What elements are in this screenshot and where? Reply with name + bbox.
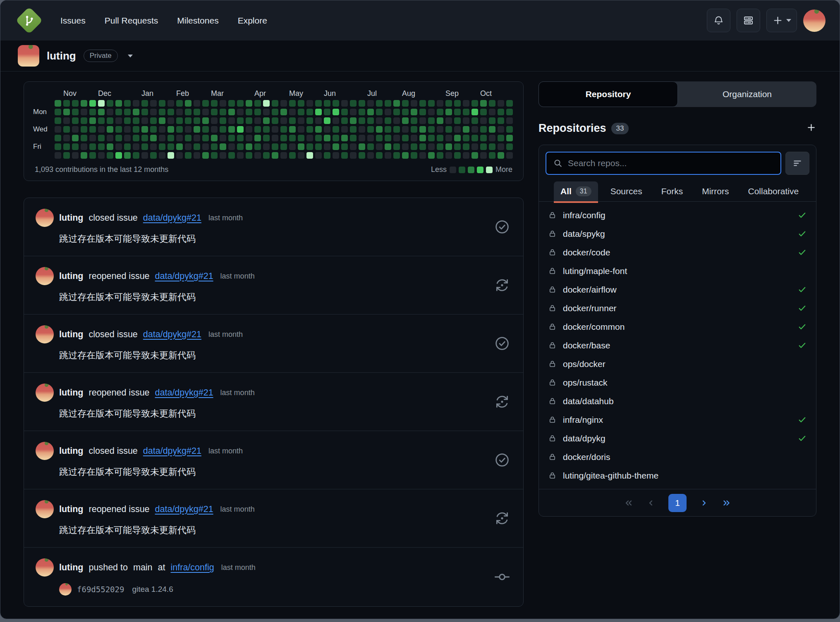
heatmap-cell[interactable] (471, 135, 478, 141)
heatmap-cell[interactable] (341, 152, 348, 159)
repo-name-link[interactable]: ops/docker (563, 359, 605, 369)
heatmap-cell[interactable] (428, 100, 435, 107)
heatmap-cell[interactable] (55, 100, 61, 107)
heatmap-cell[interactable] (454, 126, 461, 133)
heatmap-cell[interactable] (211, 143, 218, 150)
heatmap-cell[interactable] (263, 135, 270, 141)
heatmap-cell[interactable] (419, 117, 426, 124)
heatmap-cell[interactable] (202, 152, 209, 159)
heatmap-cell[interactable] (480, 109, 487, 115)
repo-row[interactable]: docker/code (546, 243, 809, 262)
heatmap-cell[interactable] (411, 100, 417, 107)
heatmap-cell[interactable] (480, 126, 487, 133)
heatmap-cell[interactable] (437, 100, 443, 107)
heatmap-cell[interactable] (471, 152, 478, 159)
repo-filter-tab-sources[interactable]: Sources (604, 181, 649, 201)
heatmap-cell[interactable] (480, 152, 487, 159)
repo-row[interactable]: data/spykg (546, 224, 809, 243)
heatmap-cell[interactable] (176, 109, 183, 115)
heatmap-cell[interactable] (107, 100, 113, 107)
heatmap-cell[interactable] (211, 109, 218, 115)
heatmap-cell[interactable] (359, 152, 365, 159)
heatmap-cell[interactable] (419, 126, 426, 133)
heatmap-cell[interactable] (150, 117, 157, 124)
repo-name-link[interactable]: data/datahub (563, 396, 614, 406)
heatmap-cell[interactable] (306, 100, 313, 107)
heatmap-cell[interactable] (115, 152, 122, 159)
repo-name-link[interactable]: data/spykg (563, 229, 605, 239)
repo-row[interactable]: data/dpykg (546, 429, 809, 448)
heatmap-cell[interactable] (445, 126, 452, 133)
heatmap-cell[interactable] (150, 126, 157, 133)
heatmap-cell[interactable] (55, 109, 61, 115)
heatmap-cell[interactable] (367, 100, 374, 107)
heatmap-cell[interactable] (445, 152, 452, 159)
feed-target-link[interactable]: data/dpykg#21 (155, 388, 213, 398)
heatmap-cell[interactable] (246, 109, 252, 115)
heatmap-cell[interactable] (107, 109, 113, 115)
heatmap-cell[interactable] (228, 109, 235, 115)
heatmap-cell[interactable] (315, 143, 322, 150)
heatmap-cell[interactable] (350, 152, 357, 159)
heatmap-cell[interactable] (506, 143, 513, 150)
feed-actor[interactable]: luting (59, 504, 84, 515)
heatmap-cell[interactable] (289, 135, 296, 141)
heatmap-cell[interactable] (176, 143, 183, 150)
heatmap-cell[interactable] (385, 117, 391, 124)
heatmap-cell[interactable] (454, 100, 461, 107)
heatmap-cell[interactable] (298, 152, 304, 159)
heatmap-cell[interactable] (254, 126, 261, 133)
heatmap-cell[interactable] (445, 117, 452, 124)
heatmap-cell[interactable] (498, 143, 504, 150)
heatmap-cell[interactable] (254, 143, 261, 150)
heatmap-cell[interactable] (419, 100, 426, 107)
heatmap-cell[interactable] (211, 126, 218, 133)
heatmap-cell[interactable] (176, 152, 183, 159)
heatmap-cell[interactable] (341, 109, 348, 115)
heatmap-cell[interactable] (411, 117, 417, 124)
heatmap-cell[interactable] (228, 117, 235, 124)
repo-row[interactable]: luting/gitea-github-theme (546, 466, 809, 485)
heatmap-cell[interactable] (237, 135, 244, 141)
heatmap-cell[interactable] (463, 135, 469, 141)
feed-branch[interactable]: main (133, 562, 153, 573)
repo-filter-tab-mirrors[interactable]: Mirrors (695, 181, 735, 201)
feed-target-link[interactable]: data/dpykg#21 (143, 213, 201, 223)
heatmap-cell[interactable] (280, 109, 287, 115)
heatmap-cell[interactable] (498, 126, 504, 133)
commit-hash-link[interactable]: f69d552029 (77, 585, 124, 594)
heatmap-cell[interactable] (89, 126, 96, 133)
heatmap-cell[interactable] (454, 143, 461, 150)
heatmap-cell[interactable] (437, 135, 443, 141)
heatmap-cell[interactable] (63, 117, 70, 124)
heatmap-cell[interactable] (263, 126, 270, 133)
ci-success-check-icon[interactable] (797, 434, 807, 443)
heatmap-cell[interactable] (211, 152, 218, 159)
heatmap-cell[interactable] (393, 117, 400, 124)
ci-success-check-icon[interactable] (797, 248, 807, 257)
heatmap-cell[interactable] (63, 109, 70, 115)
heatmap-cell[interactable] (306, 152, 313, 159)
heatmap-cell[interactable] (168, 100, 174, 107)
ci-success-check-icon[interactable] (797, 229, 807, 238)
heatmap-cell[interactable] (98, 135, 105, 141)
ci-success-check-icon[interactable] (797, 285, 807, 294)
heatmap-cell[interactable] (211, 100, 218, 107)
heatmap-cell[interactable] (168, 135, 174, 141)
heatmap-grid[interactable] (55, 100, 514, 159)
heatmap-cell[interactable] (393, 100, 400, 107)
heatmap-cell[interactable] (115, 117, 122, 124)
heatmap-cell[interactable] (168, 109, 174, 115)
heatmap-cell[interactable] (55, 126, 61, 133)
heatmap-cell[interactable] (367, 135, 374, 141)
feed-avatar[interactable] (36, 442, 54, 460)
heatmap-cell[interactable] (211, 117, 218, 124)
heatmap-cell[interactable] (428, 117, 435, 124)
heatmap-cell[interactable] (150, 100, 157, 107)
feed-avatar[interactable] (36, 267, 54, 285)
heatmap-cell[interactable] (376, 126, 383, 133)
heatmap-cell[interactable] (385, 100, 391, 107)
profile-avatar[interactable] (18, 45, 39, 67)
heatmap-cell[interactable] (185, 100, 191, 107)
gitea-logo-icon[interactable] (15, 7, 43, 34)
